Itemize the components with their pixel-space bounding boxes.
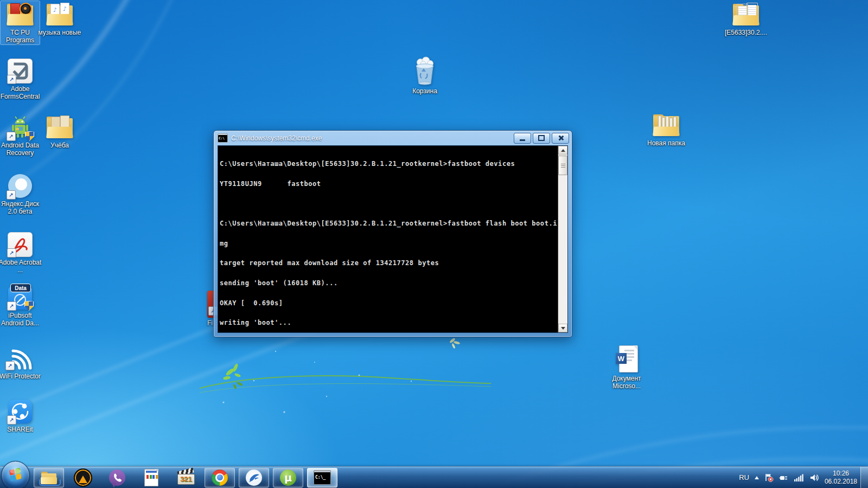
cmd-icon: C:\_ bbox=[314, 470, 331, 485]
tray-time: 10:26 bbox=[825, 470, 857, 478]
icon-label: SHAREit bbox=[7, 426, 33, 433]
maximize-button[interactable] bbox=[533, 133, 550, 144]
console-output[interactable]: C:\Users\Наташа\Desktop\[E5633]30.2.B.1.… bbox=[218, 146, 558, 332]
console-line: C:\Users\Наташа\Desktop\[E5633]30.2.B.1.… bbox=[220, 220, 558, 227]
chrome-icon bbox=[212, 470, 228, 486]
shortcut-arrow-icon: ↗ bbox=[7, 190, 16, 200]
desktop-icon-novaya-papka[interactable]: Новая папка bbox=[643, 112, 689, 147]
desktop-icon-ucheba[interactable]: Учёба bbox=[37, 114, 82, 150]
console-line: sending 'boot' (16018 KB)... bbox=[220, 280, 558, 286]
icon-label: TC PU Programs bbox=[1, 29, 40, 44]
taskbar-button-utorrent[interactable]: µ bbox=[273, 468, 303, 487]
desktop-icon-ipubsoft-android-data[interactable]: Data ↗ iPubsoft Android Da... bbox=[0, 284, 43, 328]
console-line: target reported max download size of 134… bbox=[220, 260, 558, 266]
arrow-up-icon bbox=[561, 149, 565, 152]
aimp-icon bbox=[74, 468, 92, 487]
minimize-button[interactable] bbox=[514, 133, 531, 144]
icon-label: Новая папка bbox=[647, 139, 685, 147]
formscentral-icon: ↗ bbox=[5, 59, 35, 84]
close-button[interactable] bbox=[552, 133, 569, 144]
icon-label: WiFi Protector bbox=[0, 373, 41, 380]
icon-label: Корзина bbox=[412, 87, 437, 95]
usb-plug-icon[interactable] bbox=[779, 473, 788, 482]
taskbar-button-viber[interactable] bbox=[102, 468, 132, 487]
swallow-bird-icon bbox=[246, 470, 262, 486]
show-hidden-icons-arrow[interactable] bbox=[755, 476, 759, 479]
icon-label: Учёба bbox=[50, 142, 69, 149]
scroll-down-button[interactable] bbox=[558, 324, 567, 332]
arrow-down-icon bbox=[561, 327, 565, 330]
desktop-icon-e5633-folder[interactable]: [E5633]30.2.... bbox=[719, 1, 773, 37]
icon-label: [E5633]30.2.... bbox=[725, 29, 767, 36]
ipubsoft-icon: Data ↗ bbox=[5, 285, 35, 310]
desktop-icon-yandex-disk[interactable]: ↗ Яндекс.Диск 2.0 бета bbox=[0, 172, 43, 216]
acrobat-icon: ↗ bbox=[5, 232, 35, 257]
folder-icon bbox=[652, 113, 681, 138]
translator-document-icon bbox=[144, 469, 158, 486]
console-line: OKAY [ 0.690s] bbox=[220, 300, 558, 306]
start-button[interactable] bbox=[1, 461, 30, 488]
cmd-prompt-glyph: C:\_ bbox=[315, 475, 326, 480]
close-icon bbox=[558, 135, 564, 141]
language-indicator[interactable]: RU bbox=[739, 473, 749, 481]
icon-label: Adobe FormsCentral bbox=[0, 85, 43, 100]
desktop-icon-shareit[interactable]: ↗ SHAREit bbox=[0, 398, 43, 434]
taskbar-button-google-chrome[interactable] bbox=[205, 468, 235, 487]
network-signal-icon[interactable] bbox=[794, 473, 804, 481]
desktop-icon-adobe-acrobat[interactable]: ↗ Adobe Acrobat ... bbox=[0, 231, 43, 274]
console-line: mg bbox=[220, 240, 558, 247]
taskbar-button-media-player-classic[interactable]: 321 bbox=[170, 468, 201, 487]
wifi-waves-icon: ↗ bbox=[5, 346, 35, 371]
taskbar-button-translator-document[interactable] bbox=[136, 468, 167, 487]
desktop-icon-word-document[interactable]: W Документ Microso... bbox=[604, 344, 649, 390]
scroll-up-button[interactable] bbox=[558, 146, 567, 155]
desktop-icon-wifi-protector[interactable]: ↗ WiFi Protector bbox=[0, 345, 43, 381]
window-controls bbox=[512, 133, 569, 144]
windows-flag-icon bbox=[8, 468, 23, 483]
folder-files-icon bbox=[45, 115, 74, 140]
taskbar-button-cmd[interactable]: C:\_ bbox=[307, 468, 337, 487]
icon-label: Adobe Acrobat ... bbox=[0, 259, 43, 274]
recycle-bin-icon bbox=[410, 55, 440, 86]
shortcut-arrow-icon: ↗ bbox=[7, 132, 16, 141]
shortcut-arrow-icon: ↗ bbox=[7, 301, 16, 311]
tray-date: 06.02.2018 bbox=[825, 478, 857, 486]
volume-speaker-icon[interactable] bbox=[809, 473, 819, 482]
mpc-321-icon: 321 bbox=[177, 471, 194, 485]
taskbar: 321 µ C:\_ RU bbox=[0, 466, 868, 488]
show-desktop-button[interactable] bbox=[860, 467, 868, 488]
viber-icon bbox=[109, 470, 125, 486]
title-bar[interactable]: C:\ C:\Windows\system32\cmd.exe bbox=[214, 131, 572, 145]
taskbar-button-swallow-browser[interactable] bbox=[239, 468, 269, 487]
scrollbar[interactable] bbox=[558, 146, 567, 332]
shortcut-arrow-icon: ↗ bbox=[5, 361, 15, 370]
maximize-icon bbox=[538, 135, 545, 141]
taskbar-button-aimp[interactable] bbox=[68, 468, 98, 487]
action-center-flag-icon[interactable] bbox=[764, 473, 774, 482]
android-robot-icon: ↗ bbox=[5, 115, 35, 140]
pale-leaves-decoration bbox=[449, 337, 461, 349]
mpc-glyph: 321 bbox=[180, 475, 192, 483]
desktop-icon-muzyka-novye[interactable]: ♪ ♪ музыка новые bbox=[37, 1, 82, 37]
icon-label: iPubsoft Android Da... bbox=[0, 312, 43, 327]
taskbar-button-windows-explorer[interactable] bbox=[34, 468, 64, 487]
shortcut-arrow-icon: ↗ bbox=[7, 415, 16, 425]
cmd-window-icon: C:\ bbox=[218, 133, 228, 143]
vine-decoration bbox=[200, 363, 491, 393]
cmd-window[interactable]: C:\ C:\Windows\system32\cmd.exe C:\Users… bbox=[213, 130, 572, 337]
clock[interactable]: 10:26 06.02.2018 bbox=[825, 470, 857, 486]
desktop-icon-recycle-bin[interactable]: Корзина bbox=[402, 54, 448, 95]
word-document-icon: W bbox=[612, 345, 641, 373]
scrollbar-thumb[interactable] bbox=[558, 156, 567, 175]
console-line: YT9118UJN9 fastboot bbox=[220, 181, 558, 187]
window-title: C:\Windows\system32\cmd.exe bbox=[231, 134, 512, 142]
console-area: C:\Users\Наташа\Desktop\[E5633]30.2.B.1.… bbox=[218, 145, 568, 333]
explorer-icon bbox=[41, 471, 57, 484]
desktop-icon-adobe-formscentral[interactable]: ↗ Adobe FormsCentral bbox=[0, 57, 43, 101]
system-tray: RU 10:26 06.02.2018 bbox=[739, 470, 868, 486]
console-line: C:\Users\Наташа\Desktop\[E5633]30.2.B.1.… bbox=[220, 160, 558, 167]
desktop-icon-tc-pu-programs[interactable]: TC PU Programs bbox=[1, 1, 40, 44]
icon-label: Яндекс.Диск 2.0 бета bbox=[0, 200, 43, 215]
shortcut-arrow-icon: ↗ bbox=[7, 75, 16, 84]
folder-music-icon: ♪ ♪ bbox=[45, 2, 74, 27]
